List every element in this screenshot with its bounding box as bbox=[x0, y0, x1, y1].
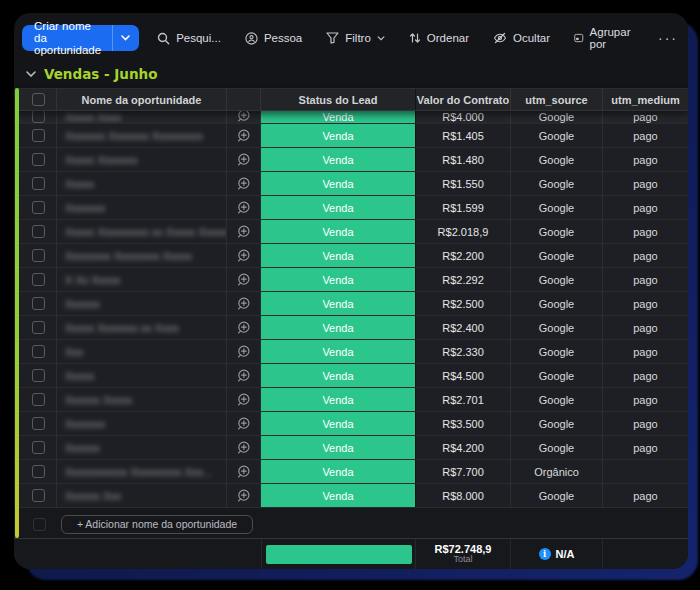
utm-source-cell[interactable]: Google bbox=[511, 111, 603, 123]
row-checkbox[interactable] bbox=[32, 465, 45, 478]
status-cell[interactable]: Venda bbox=[261, 412, 416, 435]
status-cell[interactable]: Venda bbox=[261, 484, 416, 507]
opportunity-name-cell[interactable]: Xxxxx bbox=[57, 364, 227, 387]
search-menu-item[interactable]: Pesqui... bbox=[157, 32, 221, 45]
expand-record-icon[interactable] bbox=[236, 111, 251, 123]
row-checkbox[interactable] bbox=[32, 129, 45, 142]
opportunity-name-cell[interactable]: Xxxxx bbox=[57, 172, 227, 195]
contract-value-cell[interactable]: R$2.701 bbox=[416, 388, 511, 411]
expand-record-icon[interactable] bbox=[236, 224, 251, 239]
table-row[interactable]: Xxxxx Xxxxxxx xx Xxxx Venda R$2.400 Goog… bbox=[14, 316, 688, 340]
table-row[interactable]: Xxxxxxxxxxx Xxxxxxxxx Xxx... Venda R$7.7… bbox=[14, 460, 688, 484]
status-cell[interactable]: Venda bbox=[261, 196, 416, 219]
contract-value-cell[interactable]: R$1.480 bbox=[416, 148, 511, 171]
hide-menu-item[interactable]: Ocultar bbox=[493, 32, 550, 44]
expand-record-icon[interactable] bbox=[236, 440, 251, 455]
contract-value-cell[interactable]: R$2.500 bbox=[416, 292, 511, 315]
contract-value-cell[interactable]: R$1.599 bbox=[416, 196, 511, 219]
contract-value-cell[interactable]: R$8.000 bbox=[416, 484, 511, 507]
utm-source-cell[interactable]: Google bbox=[511, 484, 603, 507]
table-row[interactable]: Xxxxx Xxxxxxxxx xx Xxxxx Xxxxx Venda R$2… bbox=[14, 220, 688, 244]
status-cell[interactable]: Venda bbox=[261, 220, 416, 243]
utm-medium-cell[interactable]: pago bbox=[603, 436, 688, 459]
expand-record-icon[interactable] bbox=[236, 248, 251, 263]
opportunity-name-cell[interactable]: Xxxxxx Xxx bbox=[57, 484, 227, 507]
row-checkbox[interactable] bbox=[32, 417, 45, 430]
utm-source-cell[interactable]: Google bbox=[511, 268, 603, 291]
row-checkbox[interactable] bbox=[32, 489, 45, 502]
status-cell[interactable]: Venda bbox=[261, 124, 416, 147]
row-checkbox[interactable] bbox=[32, 249, 45, 262]
utm-source-cell[interactable]: Google bbox=[511, 244, 603, 267]
status-cell[interactable]: Venda bbox=[261, 436, 416, 459]
utm-medium-cell[interactable]: pago bbox=[603, 484, 688, 507]
table-row[interactable]: Xxxxxxx Venda R$3.500 Google pago bbox=[14, 412, 688, 436]
table-row[interactable]: Xxxxx Venda R$4.500 Google pago bbox=[14, 364, 688, 388]
contract-value-cell[interactable]: R$4.200 bbox=[416, 436, 511, 459]
utm-medium-cell[interactable]: pago bbox=[603, 412, 688, 435]
opportunity-name-cell[interactable]: Xxxxxx bbox=[57, 292, 227, 315]
opportunity-name-cell[interactable]: Xxxxxx bbox=[57, 436, 227, 459]
utm-source-cell[interactable]: Orgânico bbox=[511, 460, 603, 483]
utm-medium-cell[interactable]: pago bbox=[603, 111, 688, 123]
utm-medium-cell[interactable]: pago bbox=[603, 220, 688, 243]
status-cell[interactable]: Venda bbox=[261, 268, 416, 291]
table-row[interactable]: Xxxxx Xxxxxxx Venda R$1.480 Google pago bbox=[14, 148, 688, 172]
expand-record-icon[interactable] bbox=[236, 320, 251, 335]
table-row[interactable]: Xxxxxxxx Xxxxxxxx Xxxxx Venda R$2.200 Go… bbox=[14, 244, 688, 268]
status-cell[interactable]: Venda bbox=[261, 148, 416, 171]
column-header-value[interactable]: Valor do Contrato bbox=[416, 89, 511, 110]
opportunity-name-cell[interactable]: Xxxxxxx bbox=[57, 412, 227, 435]
utm-medium-cell[interactable]: pago bbox=[603, 268, 688, 291]
utm-source-cell[interactable]: Google bbox=[511, 316, 603, 339]
table-row[interactable]: Xxxxxx Venda R$4.200 Google pago bbox=[14, 436, 688, 460]
contract-value-cell[interactable]: R$4.000 bbox=[416, 111, 511, 123]
row-checkbox[interactable] bbox=[32, 201, 45, 214]
contract-value-cell[interactable]: R$2.018,9 bbox=[416, 220, 511, 243]
contract-value-cell[interactable]: R$2.292 bbox=[416, 268, 511, 291]
utm-source-cell[interactable]: Google bbox=[511, 292, 603, 315]
row-checkbox[interactable] bbox=[32, 153, 45, 166]
status-cell[interactable]: Venda bbox=[261, 388, 416, 411]
group-by-menu-item[interactable]: Agrupar por bbox=[574, 26, 634, 50]
opportunity-name-cell[interactable]: Xxxxxx Xxxxx bbox=[57, 388, 227, 411]
utm-medium-cell[interactable]: pago bbox=[603, 292, 688, 315]
row-checkbox[interactable] bbox=[32, 273, 45, 286]
row-checkbox[interactable] bbox=[32, 393, 45, 406]
status-cell[interactable]: Venda bbox=[261, 244, 416, 267]
table-row[interactable]: Xxxxxx Xxxxx Venda R$2.701 Google pago bbox=[14, 388, 688, 412]
row-checkbox[interactable] bbox=[32, 369, 45, 382]
status-cell[interactable]: Venda bbox=[261, 111, 416, 123]
utm-source-cell[interactable]: Google bbox=[511, 220, 603, 243]
table-row[interactable]: Xxxxx Xxxx Venda R$4.000 Google pago bbox=[14, 111, 688, 124]
collapse-chevron-icon[interactable] bbox=[26, 71, 36, 77]
row-checkbox[interactable] bbox=[32, 177, 45, 190]
opportunity-name-cell[interactable]: Xxx bbox=[57, 340, 227, 363]
contract-value-cell[interactable]: R$2.200 bbox=[416, 244, 511, 267]
utm-source-cell[interactable]: Google bbox=[511, 364, 603, 387]
status-cell[interactable]: Venda bbox=[261, 292, 416, 315]
contract-value-cell[interactable]: R$1.550 bbox=[416, 172, 511, 195]
expand-record-icon[interactable] bbox=[236, 392, 251, 407]
row-checkbox[interactable] bbox=[32, 111, 45, 123]
utm-medium-cell[interactable]: pago bbox=[603, 388, 688, 411]
column-header-status[interactable]: Status do Lead bbox=[261, 89, 416, 110]
utm-medium-cell[interactable]: pago bbox=[603, 244, 688, 267]
expand-record-icon[interactable] bbox=[236, 176, 251, 191]
group-title[interactable]: Vendas - Junho bbox=[44, 66, 157, 82]
table-row[interactable]: Xxxxx Venda R$1.550 Google pago bbox=[14, 172, 688, 196]
column-header-source[interactable]: utm_source bbox=[511, 89, 603, 110]
opportunity-name-cell[interactable]: Xxxxxxx bbox=[57, 196, 227, 219]
contract-value-cell[interactable]: R$2.400 bbox=[416, 316, 511, 339]
add-opportunity-button[interactable]: + Adicionar nome da oportunidade bbox=[61, 515, 253, 534]
utm-medium-cell[interactable]: pago bbox=[603, 364, 688, 387]
row-checkbox[interactable] bbox=[32, 441, 45, 454]
utm-medium-cell[interactable]: pago bbox=[603, 148, 688, 171]
utm-medium-cell[interactable]: pago bbox=[603, 316, 688, 339]
opportunity-name-cell[interactable]: Xxxxxxxxxxx Xxxxxxxxx Xxx... bbox=[57, 460, 227, 483]
contract-value-cell[interactable]: R$4.500 bbox=[416, 364, 511, 387]
opportunity-name-cell[interactable]: X Xx Xxxxx bbox=[57, 268, 227, 291]
utm-source-cell[interactable]: Google bbox=[511, 412, 603, 435]
table-row[interactable]: Xxxxxx Xxx Venda R$8.000 Google pago bbox=[14, 484, 688, 508]
utm-source-cell[interactable]: Google bbox=[511, 148, 603, 171]
